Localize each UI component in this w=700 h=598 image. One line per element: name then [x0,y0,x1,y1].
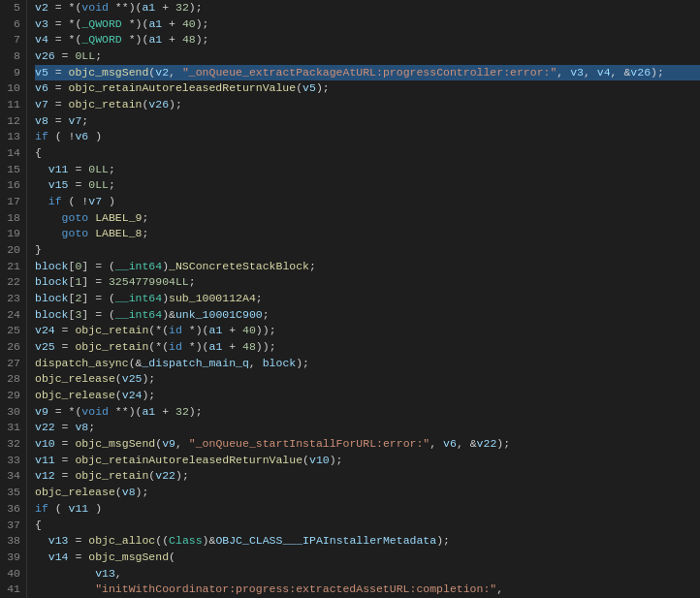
line-number: 39 [4,550,20,566]
code-line: v25 = objc_retain(*(id *)(a1 + 48)); [35,339,700,356]
code-line: block[1] = 3254779904LL; [35,274,700,291]
line-number: 16 [4,177,20,194]
code-line: v6 = objc_retainAutoreleasedReturnValue(… [35,80,700,97]
line-number: 22 [4,274,20,291]
line-number: 13 [4,129,20,145]
line-number: 11 [4,97,20,113]
line-number: 35 [4,485,20,501]
code-line: } [35,242,700,259]
line-number: 25 [4,323,20,339]
line-number: 6 [4,16,20,33]
line-number: 20 [4,242,20,259]
line-number: 5 [4,0,20,16]
line-number: 18 [4,210,20,227]
code-line: v11 = objc_retainAutoreleasedReturnValue… [35,453,700,469]
line-number: 32 [4,436,20,453]
line-number: 34 [4,468,20,485]
code-line: objc_release(v25); [35,371,700,388]
line-number: 9 [4,65,20,81]
code-line: v3 = *(_QWORD *)(a1 + 40); [35,16,700,33]
line-number: 17 [4,194,20,210]
code-line: v8 = v7; [35,113,700,130]
code-line: v12 = objc_retain(v22); [35,468,700,485]
line-number: 37 [4,518,20,534]
line-number: 28 [4,371,20,388]
code-line: v15 = 0LL; [35,177,700,194]
line-number: 24 [4,307,20,324]
line-number: 29 [4,388,20,404]
line-number: 36 [4,501,20,518]
code-line: goto LABEL_8; [35,226,700,242]
code-line: v14 = objc_msgSend( [35,550,700,566]
code-line: { [35,518,700,534]
code-line: dispatch_async(&_dispatch_main_q, block)… [35,356,700,372]
line-number: 15 [4,162,20,178]
code-line: block[0] = (__int64)_NSConcreteStackBloc… [35,259,700,275]
line-number: 8 [4,48,20,65]
code-line: v5 = objc_msgSend(v2, "_onQueue_extractP… [35,65,700,81]
line-number: 7 [4,32,20,48]
code-line: goto LABEL_9; [35,210,700,227]
code-line: block[2] = (__int64)sub_1000112A4; [35,291,700,307]
code-line: objc_release(v8); [35,485,700,501]
code-line: { [35,145,700,162]
code-line: v4 = *(_QWORD *)(a1 + 48); [35,32,700,48]
code-line: v7 = objc_retain(v26); [35,97,700,113]
code-line: v2 = *(void **)(a1 + 32); [35,0,700,16]
line-numbers: 5678910111213141516171819202122232425262… [0,0,27,598]
code-line: if ( !v6 ) [35,129,700,145]
code-line: if ( v11 ) [35,501,700,518]
code-line: v9 = *(void **)(a1 + 32); [35,404,700,421]
line-number: 40 [4,566,20,582]
line-number: 10 [4,80,20,97]
line-number: 30 [4,404,20,421]
line-number: 19 [4,226,20,242]
code-line: if ( !v7 ) [35,194,700,210]
line-number: 26 [4,339,20,356]
line-number: 21 [4,259,20,275]
line-number: 33 [4,453,20,469]
code-line: v26 = 0LL; [35,48,700,65]
line-number: 38 [4,533,20,550]
line-number: 41 [4,582,20,598]
code-line: v24 = objc_retain(*(id *)(a1 + 40)); [35,323,700,339]
code-line: block[3] = (__int64)&unk_10001C900; [35,307,700,324]
line-number: 14 [4,145,20,162]
code-viewer: 5678910111213141516171819202122232425262… [0,0,700,598]
code-line: "initWithCoordinator:progress:extractedA… [35,582,700,598]
code-line: v13, [35,566,700,582]
code-line: v22 = v8; [35,420,700,436]
code-line: v10 = objc_msgSend(v9, "_onQueue_startIn… [35,436,700,453]
line-number: 27 [4,356,20,372]
code-line: objc_release(v24); [35,388,700,404]
code-line: v13 = objc_alloc((Class)&OBJC_CLASS___IP… [35,533,700,550]
line-number: 12 [4,113,20,130]
code-line: v11 = 0LL; [35,162,700,178]
line-number: 31 [4,420,20,436]
line-number: 23 [4,291,20,307]
code-content[interactable]: v2 = *(void **)(a1 + 32);v3 = *(_QWORD *… [27,0,700,598]
